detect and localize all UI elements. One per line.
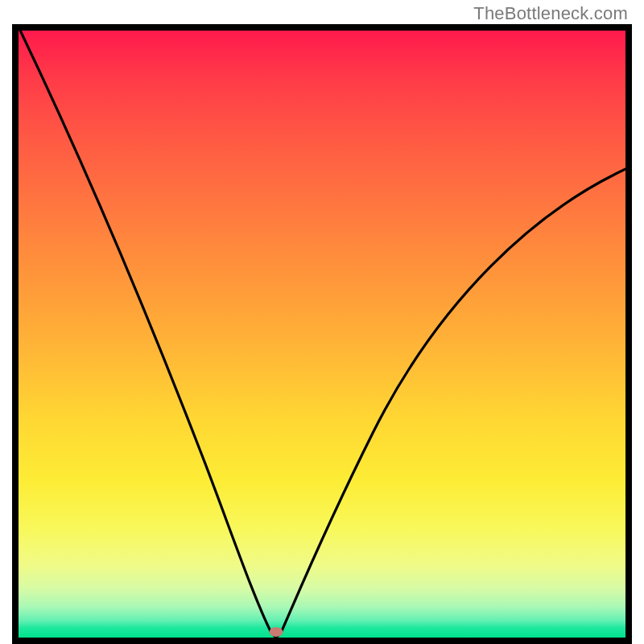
bottleneck-curve-path	[19, 31, 625, 638]
watermark-text: TheBottleneck.com	[473, 3, 628, 24]
optimal-marker	[270, 627, 283, 637]
chart-frame	[12, 24, 632, 644]
curve-svg	[19, 31, 625, 638]
plot-area	[19, 31, 625, 638]
